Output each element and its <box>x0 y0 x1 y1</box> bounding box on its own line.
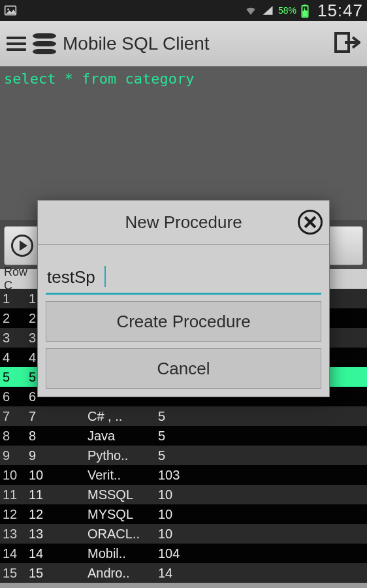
cell-value: 10 <box>155 487 221 502</box>
close-icon[interactable] <box>298 210 323 235</box>
table-row[interactable]: 1212MYSQL10 <box>0 504 367 524</box>
cell-id: 7 <box>26 409 85 424</box>
row-index: 10 <box>0 468 26 483</box>
database-icon[interactable] <box>33 33 56 54</box>
header-rowcount: Row C <box>1 269 40 289</box>
cell-value: 5 <box>155 429 221 444</box>
row-index: 7 <box>0 409 26 424</box>
cell-name: MSSQL <box>85 487 155 502</box>
cell-id: 13 <box>26 527 85 542</box>
query-text: select * from category <box>4 71 194 87</box>
cell-name: MYSQL <box>85 507 155 522</box>
cell-name: Verit.. <box>85 468 155 483</box>
table-row[interactable]: 1515Andro..14 <box>0 563 367 583</box>
signal-icon <box>261 4 274 17</box>
row-index: 6 <box>0 389 26 404</box>
cell-id: 9 <box>26 448 85 463</box>
cell-name: Java <box>85 429 155 444</box>
text-caret <box>104 266 106 287</box>
play-icon <box>11 235 33 257</box>
svg-rect-3 <box>304 5 306 6</box>
cell-value: 104 <box>155 546 221 561</box>
cell-value: 14 <box>155 566 221 581</box>
footer-area <box>0 583 367 588</box>
cell-name: Andro.. <box>85 566 155 581</box>
app-bar: Mobile SQL Client <box>0 21 367 67</box>
battery-charging-icon <box>300 4 313 17</box>
svg-point-1 <box>7 8 9 10</box>
cell-value: 5 <box>155 448 221 463</box>
row-index: 14 <box>0 546 26 561</box>
dialog-title: New Procedure <box>38 212 329 233</box>
row-index: 2 <box>0 311 26 326</box>
cell-id: 8 <box>26 429 85 444</box>
table-row[interactable]: 1010Verit..103 <box>0 465 367 485</box>
cell-value: 103 <box>155 468 221 483</box>
new-procedure-dialog: New Procedure Create Procedure Cancel <box>37 200 330 397</box>
row-index: 8 <box>0 429 26 444</box>
row-index: 5 <box>0 370 26 385</box>
cell-id: 12 <box>26 507 85 522</box>
table-row[interactable]: 1313ORACL..10 <box>0 524 367 544</box>
row-index: 12 <box>0 507 26 522</box>
cell-name: C# , .. <box>85 409 155 424</box>
row-index: 3 <box>0 331 26 346</box>
table-row[interactable]: 77C# , ..5 <box>0 406 367 426</box>
row-index: 11 <box>0 487 26 502</box>
app-title: Mobile SQL Client <box>63 33 210 54</box>
cell-id: 11 <box>26 487 85 502</box>
status-bar: 58% 15:47 <box>0 0 367 21</box>
row-index: 15 <box>0 566 26 581</box>
dialog-header: New Procedure <box>38 201 329 245</box>
table-row[interactable]: 99Pytho..5 <box>0 446 367 465</box>
cell-id: 14 <box>26 546 85 561</box>
query-editor[interactable]: select * from category <box>0 67 367 220</box>
cell-name: Pytho.. <box>85 448 155 463</box>
wifi-icon <box>244 4 257 17</box>
gallery-icon <box>4 4 17 17</box>
procedure-name-input[interactable] <box>46 263 321 295</box>
table-row[interactable]: 1111MSSQL10 <box>0 485 367 504</box>
row-index: 1 <box>0 291 26 306</box>
cell-id: 15 <box>26 566 85 581</box>
cell-id: 10 <box>26 468 85 483</box>
cell-value: 10 <box>155 527 221 542</box>
create-procedure-button[interactable]: Create Procedure <box>46 301 321 342</box>
table-row[interactable]: 88Java5 <box>0 426 367 446</box>
cell-value: 10 <box>155 507 221 522</box>
row-index: 13 <box>0 527 26 542</box>
cell-name: ORACL.. <box>85 527 155 542</box>
exit-icon[interactable] <box>334 31 360 57</box>
battery-percent: 58% <box>278 5 296 16</box>
clock-text: 15:47 <box>317 1 363 21</box>
cancel-button[interactable]: Cancel <box>46 348 321 389</box>
table-row[interactable]: 1414Mobil..104 <box>0 544 367 563</box>
row-index: 4 <box>0 350 26 365</box>
menu-icon[interactable] <box>7 37 26 51</box>
row-index: 9 <box>0 448 26 463</box>
cell-value: 5 <box>155 409 221 424</box>
cell-name: Mobil.. <box>85 546 155 561</box>
